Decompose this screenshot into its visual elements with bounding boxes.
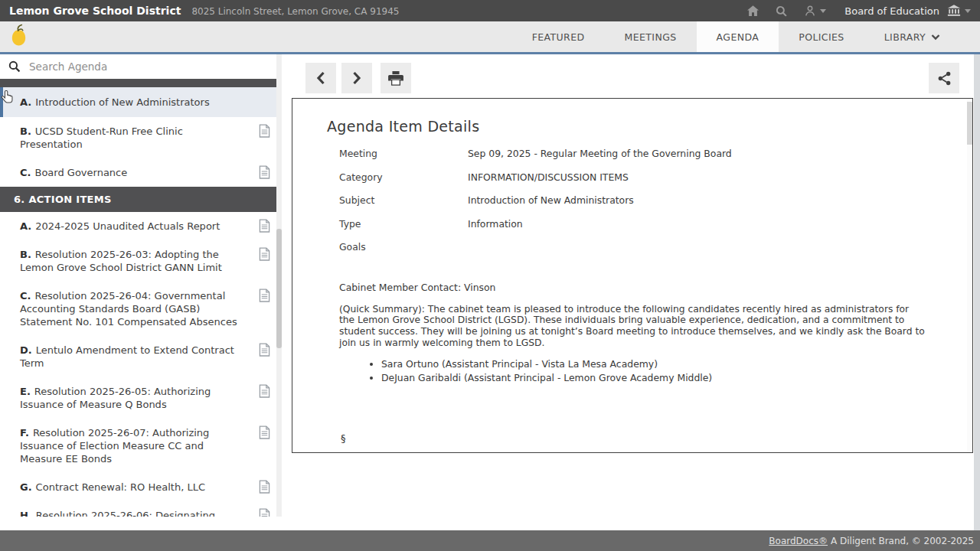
page-scrollbar[interactable] — [974, 54, 980, 530]
item-letter: C. — [20, 290, 31, 302]
item-label: Resolution 2025-26-04: Governmental Acco… — [20, 290, 237, 328]
field-value: Introduction of New Administrators — [468, 194, 634, 206]
footer-copyright: A Diligent Brand, © 2002-2025 — [831, 536, 974, 546]
field-row-subject: Subject Introduction of New Administrato… — [339, 194, 972, 218]
sidebar-scrollbar-thumb[interactable] — [276, 229, 282, 348]
tab-meetings-label: MEETINGS — [625, 31, 677, 43]
document-icon[interactable] — [259, 124, 270, 141]
org-name: Board of Education — [844, 5, 939, 17]
document-icon[interactable] — [259, 384, 270, 401]
district-name: Lemon Grove School District — [9, 5, 181, 17]
home-icon[interactable] — [747, 5, 759, 16]
tab-library[interactable]: LIBRARY — [864, 21, 960, 52]
share-button[interactable] — [929, 63, 959, 93]
cabinet-member-contact: Cabinet Member Contact: Vinson — [339, 282, 972, 293]
field-row-type: Type Information — [339, 218, 972, 242]
item-label: 2024-2025 Unaudited Actuals Report — [35, 220, 220, 232]
document-icon[interactable] — [259, 425, 270, 442]
section-header-action-items[interactable]: 6. ACTION ITEMS — [0, 187, 282, 212]
document-icon[interactable] — [259, 480, 270, 497]
item-label: Resolution 2025-26-03: Adopting the Lemo… — [20, 249, 222, 273]
field-row-goals: Goals — [339, 241, 972, 265]
field-value: INFORMATION/DISCUSSION ITEMS — [468, 171, 629, 183]
panel-scrollbar[interactable] — [967, 99, 972, 452]
chevron-right-icon — [351, 71, 362, 85]
tab-policies-label: POLICIES — [799, 31, 844, 43]
district-address: 8025 Lincoln Street, Lemon Grove, CA 919… — [191, 6, 399, 17]
action-item-measure-q-bonds[interactable]: E.Resolution 2025-26-05: Authorizing Iss… — [0, 377, 282, 419]
section-symbol: § — [341, 432, 346, 444]
candidate-item: DeJuan Garibaldi (Assistant Principal - … — [381, 372, 972, 383]
user-menu-icon[interactable] — [804, 5, 826, 17]
institution-caret-icon — [965, 9, 971, 13]
panel-scrollbar-thumb[interactable] — [967, 102, 972, 145]
document-icon[interactable] — [259, 508, 270, 517]
field-value: Information — [468, 218, 523, 230]
document-icon[interactable] — [259, 343, 270, 360]
previous-item-button[interactable] — [305, 63, 336, 93]
search-agenda-input[interactable] — [28, 60, 253, 73]
document-icon[interactable] — [259, 289, 270, 305]
item-letter: H. — [20, 510, 32, 517]
agenda-item-board-governance[interactable]: C.Board Governance — [0, 158, 282, 187]
candidate-item: Sara Ortuno (Assistant Principal - Vista… — [381, 358, 972, 370]
tab-agenda[interactable]: AGENDA — [697, 21, 779, 52]
action-item-lentulo-amendment[interactable]: D.Lentulo Amendment to Extend Contract T… — [0, 336, 282, 377]
document-icon[interactable] — [259, 247, 270, 264]
boarddocs-link[interactable]: BoardDocs® — [769, 536, 828, 546]
action-item-ro-health-contract[interactable]: G.Contract Renewal: RO Health, LLC — [0, 473, 282, 501]
main-nav: FEATURED MEETINGS AGENDA POLICIES LIBRAR… — [0, 21, 980, 52]
document-icon[interactable] — [259, 219, 270, 236]
item-letter: D. — [20, 344, 32, 356]
item-label: Resolution 2025-26-07: Authorizing Issua… — [20, 427, 209, 465]
field-label: Type — [339, 218, 468, 230]
action-item-resolution-gasb[interactable]: C.Resolution 2025-26-04: Governmental Ac… — [0, 282, 282, 336]
district-identity: Lemon Grove School District 8025 Lincoln… — [9, 5, 399, 17]
agenda-sidebar: A.Introduction of New Administrators B.U… — [0, 54, 282, 517]
field-label: Category — [339, 171, 468, 183]
lemon-logo-icon[interactable] — [9, 24, 28, 50]
action-item-resolution-gann[interactable]: B.Resolution 2025-26-03: Adopting the Le… — [0, 240, 282, 282]
footer-bar: BoardDocs® A Diligent Brand, © 2002-2025 — [0, 530, 980, 551]
top-bar: Lemon Grove School District 8025 Lincoln… — [0, 0, 980, 21]
action-item-measure-cc-ee-bonds[interactable]: F.Resolution 2025-26-07: Authorizing Iss… — [0, 419, 282, 473]
quick-summary: (Quick Summary): The cabinet team is ple… — [339, 304, 927, 349]
tab-meetings[interactable]: MEETINGS — [605, 21, 697, 52]
user-caret-icon — [820, 9, 826, 13]
field-row-meeting: Meeting Sep 09, 2025 - Regular Meeting o… — [339, 148, 972, 171]
next-item-button[interactable] — [341, 63, 372, 93]
share-icon — [937, 71, 952, 86]
item-label: Resolution 2025-26-05: Authorizing Issua… — [20, 386, 211, 410]
search-icon[interactable] — [776, 5, 787, 17]
section-header-partial — [0, 79, 282, 87]
chevron-down-icon — [931, 34, 940, 41]
top-bar-actions: Board of Education — [730, 5, 971, 17]
item-letter: B. — [20, 249, 31, 260]
item-label: Resolution 2025-26-06: Designating Inter… — [20, 510, 237, 517]
print-button[interactable] — [381, 63, 411, 93]
institution-menu-icon[interactable] — [947, 5, 971, 17]
item-letter: E. — [20, 386, 31, 397]
item-letter: F. — [20, 427, 29, 439]
tab-policies[interactable]: POLICIES — [779, 21, 864, 52]
field-label: Subject — [339, 194, 468, 206]
agenda-item-intro-administrators[interactable]: A.Introduction of New Administrators — [0, 87, 282, 117]
document-icon[interactable] — [259, 165, 270, 182]
details-fields: Meeting Sep 09, 2025 - Regular Meeting o… — [339, 148, 972, 265]
agenda-item-ucsd-clinic[interactable]: B.UCSD Student-Run Free Clinic Presentat… — [0, 117, 282, 158]
item-label: Contract Renewal: RO Health, LLC — [36, 481, 205, 493]
tab-featured[interactable]: FEATURED — [512, 21, 605, 52]
item-label: Board Governance — [34, 167, 127, 178]
item-label: Lentulo Amendment to Extend Contract Ter… — [20, 344, 234, 369]
agenda-search — [0, 54, 282, 79]
item-letter: B. — [20, 126, 31, 137]
sidebar-scrollbar[interactable] — [276, 54, 282, 517]
agenda-item-details-panel: Agenda Item Details Meeting Sep 09, 2025… — [292, 98, 973, 453]
action-item-interim-director[interactable]: H.Resolution 2025-26-06: Designating Int… — [0, 501, 282, 517]
nav-tabs: FEATURED MEETINGS AGENDA POLICIES LIBRAR… — [512, 21, 960, 52]
field-label: Goals — [339, 241, 468, 253]
action-item-unaudited-actuals[interactable]: A.2024-2025 Unaudited Actuals Report — [0, 212, 282, 240]
item-label: Introduction of New Administrators — [35, 96, 209, 108]
tab-featured-label: FEATURED — [532, 31, 585, 43]
field-row-category: Category INFORMATION/DISCUSSION ITEMS — [339, 171, 972, 195]
